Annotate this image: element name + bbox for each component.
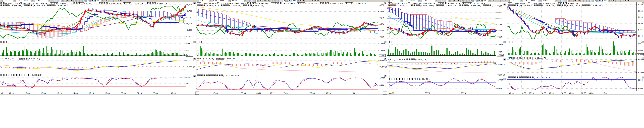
svg-text:12:00: 12:00 xyxy=(350,92,356,94)
svg-text:100.00: 100.00 xyxy=(187,77,193,79)
svg-text:8,640: 8,640 xyxy=(638,35,643,37)
svg-text:MACD( 12, 26, 9 ): MACD( 12, 26, 9 ) xyxy=(0,58,19,60)
svg-text:MACD( 12, 26, 9 ): MACD( 12, 26, 9 ) xyxy=(508,57,526,59)
svg-text:11/09: 11/09 xyxy=(423,0,427,1)
svg-text:8,695: 8,695 xyxy=(187,23,192,25)
svg-text:13:20: 13:20 xyxy=(57,92,62,94)
svg-text:8,835.00: 8,835.00 xyxy=(498,74,505,76)
svg-text:( 9, 26, 52 ): ( 9, 26, 52 ) xyxy=(519,5,534,7)
svg-text:250.00: 250.00 xyxy=(380,49,385,51)
svg-text:16:30: 16:30 xyxy=(541,92,546,94)
svg-text:500: 500 xyxy=(604,0,606,1)
svg-text:1: 1 xyxy=(585,0,586,1)
svg-text:16:30: 16:30 xyxy=(521,92,526,94)
svg-text:( 14, 3, 80, 20 ): ( 14, 3, 80, 20 ) xyxy=(414,78,430,80)
svg-text:8,750.00: 8,750.00 xyxy=(187,59,195,61)
svg-text:16:30: 16:30 xyxy=(581,92,586,94)
svg-text:( Close, 150 ): ( Close, 150 ) xyxy=(566,5,582,7)
svg-text:9,110: 9,110 xyxy=(638,4,643,6)
svg-text:40.00: 40.00 xyxy=(498,51,502,53)
svg-text:45.00: 45.00 xyxy=(498,87,502,89)
svg-text:5: 5 xyxy=(474,0,476,1)
svg-text:100.00: 100.00 xyxy=(498,43,503,45)
svg-text:8,975: 8,975 xyxy=(380,4,384,6)
svg-text:85.00: 85.00 xyxy=(638,79,643,81)
svg-text:8,840: 8,840 xyxy=(380,17,384,19)
svg-text:8,780: 8,780 xyxy=(498,24,502,26)
svg-text:225mini: 225mini xyxy=(528,0,535,1)
svg-text:11/09: 11/09 xyxy=(36,0,40,1)
svg-text:1: 1 xyxy=(78,0,78,1)
svg-text:( Close, 75 ): ( Close, 75 ) xyxy=(156,2,168,4)
svg-text:( Close, 75 ): ( Close, 75 ) xyxy=(590,5,602,7)
svg-text:16:30: 16:30 xyxy=(561,92,566,94)
svg-text:10:40: 10:40 xyxy=(25,92,30,94)
svg-text:( Close, 40 ): ( Close, 40 ) xyxy=(468,5,483,7)
svg-text:( Close, 40 ): ( Close, 40 ) xyxy=(206,5,221,7)
svg-text:(: ( xyxy=(492,5,493,7)
svg-text:8,630: 8,630 xyxy=(187,35,192,37)
svg-text:( 14, 3, 80, 20 ): ( 14, 3, 80, 20 ) xyxy=(223,75,239,77)
svg-text:08/24: 08/24 xyxy=(171,92,176,94)
svg-text:500: 500 xyxy=(96,0,99,1)
svg-text:( Close, 20 ): ( Close, 20 ) xyxy=(396,5,412,7)
svg-text:8,925: 8,925 xyxy=(498,11,502,13)
svg-text:08/22: 08/22 xyxy=(270,92,275,94)
svg-text:( Close, 10 ): ( Close, 10 ) xyxy=(256,2,271,4)
svg-text:225mini 11/09( 30: 225mini 11/09( 30 xyxy=(392,2,408,4)
svg-text:500: 500 xyxy=(484,0,486,1)
svg-text:21:20: 21:20 xyxy=(137,92,142,94)
svg-text:( Close, 10 ): ( Close, 10 ) xyxy=(59,2,74,4)
svg-text:225mini 11/09( 15: 225mini 11/09( 15 xyxy=(201,2,217,4)
svg-text:08/20: 08/20 xyxy=(549,92,554,94)
svg-text:8,900.00: 8,900.00 xyxy=(380,59,387,61)
svg-text:8,725: 8,725 xyxy=(187,16,192,18)
svg-text:( Close, 150 ): ( Close, 150 ) xyxy=(132,2,148,4)
svg-text:8,830: 8,830 xyxy=(638,22,643,24)
svg-text:8,705: 8,705 xyxy=(380,30,384,32)
svg-text:× 1000: × 1000 xyxy=(498,54,504,56)
svg-text:20:00: 20:00 xyxy=(310,92,315,94)
svg-text:12:00: 12:00 xyxy=(213,92,218,94)
svg-text:( Close, 75 ): ( Close, 75 ) xyxy=(415,58,427,60)
svg-text:185.00: 185.00 xyxy=(187,43,193,45)
svg-text:8,705.00: 8,705.00 xyxy=(187,66,195,68)
svg-text:8,735: 8,735 xyxy=(638,29,643,31)
svg-text:80.00: 80.00 xyxy=(187,49,192,51)
svg-text:100.00: 100.00 xyxy=(380,77,385,79)
svg-text:18:40: 18:40 xyxy=(105,92,110,94)
svg-text:8,705: 8,705 xyxy=(498,30,502,32)
svg-text:08/19: 08/19 xyxy=(389,92,394,94)
svg-text:( 9, 26, 52 ): ( 9, 26, 52 ) xyxy=(472,2,485,4)
svg-text:12:00: 12:00 xyxy=(41,92,46,94)
svg-text:( Close, 10 ): ( Close, 10 ) xyxy=(567,2,579,4)
svg-text:5: 5 xyxy=(88,0,88,1)
svg-text:8,855: 8,855 xyxy=(498,17,502,19)
svg-text:8,770: 8,770 xyxy=(380,23,384,25)
svg-text:( 14, 3, 80, 20 ): ( 14, 3, 80, 20 ) xyxy=(26,74,42,76)
svg-text:45.00: 45.00 xyxy=(380,84,384,86)
svg-text:1: 1 xyxy=(464,0,466,1)
svg-text:12:00: 12:00 xyxy=(282,92,288,94)
svg-text:( Close, 75 ): ( Close, 75 ) xyxy=(224,58,236,60)
svg-text:, 2011/08/22 - 2011/08/24 ): , 2011/08/22 - 2011/08/24 ) xyxy=(22,2,50,4)
svg-text:( 9, 26, 52 ): ( 9, 26, 52 ) xyxy=(282,2,297,4)
svg-text:( Close, 75 ): ( Close, 75 ) xyxy=(28,58,40,60)
svg-text:( Close, 75 ): ( Close, 75 ) xyxy=(444,5,460,7)
svg-text:225mini 11/09( 60: 225mini 11/09( 60 xyxy=(512,2,528,4)
svg-text:( Close, 40 ): ( Close, 40 ) xyxy=(9,5,24,7)
svg-text:8,760: 8,760 xyxy=(187,10,192,12)
svg-text:( Close, 150 ): ( Close, 150 ) xyxy=(420,5,436,7)
svg-text:08/23: 08/23 xyxy=(461,92,466,94)
svg-text:11/09: 11/09 xyxy=(543,0,548,1)
svg-text:( Close, 75 ): ( Close, 75 ) xyxy=(354,2,366,4)
svg-text:MACD( 12, 26, 9 ): MACD( 12, 26, 9 ) xyxy=(388,58,406,60)
svg-text:( Close, 5 ): ( Close, 5 ) xyxy=(229,5,243,7)
svg-text:( Close, 25 ): ( Close, 25 ) xyxy=(252,5,264,7)
svg-text:, 2011/08/16 - 2011/08/24 ): , 2011/08/16 - 2011/08/24 ) xyxy=(530,2,558,4)
svg-text:225mini: 225mini xyxy=(408,0,415,1)
svg-text:( 14, 3, 80, 20 ): ( 14, 3, 80, 20 ) xyxy=(534,77,550,79)
svg-text:8,790.00: 8,790.00 xyxy=(638,72,644,74)
svg-text:8,780.00: 8,780.00 xyxy=(380,66,387,68)
svg-text:65.00: 65.00 xyxy=(638,49,643,51)
